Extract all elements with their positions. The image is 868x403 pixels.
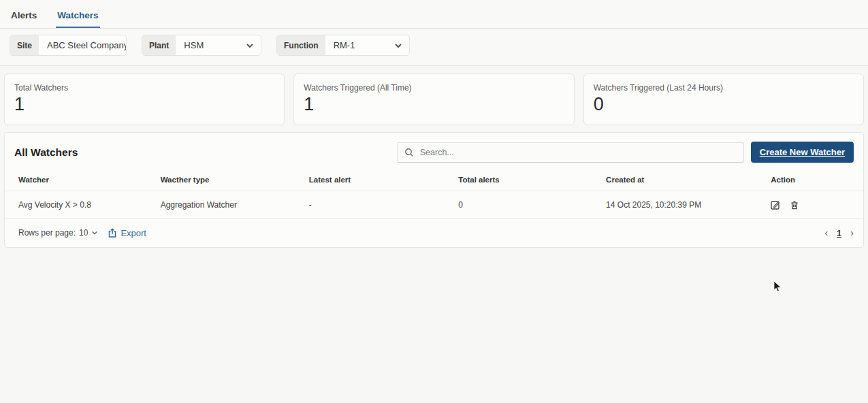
chevron-down-icon [246, 42, 261, 50]
mouse-cursor [773, 280, 782, 295]
pagination: ‹ 1 › [824, 227, 854, 238]
site-filter-dropdown[interactable]: Site ABC Steel Company [10, 35, 127, 56]
function-filter-dropdown[interactable]: Function RM-1 [276, 35, 410, 56]
function-filter-value: RM-1 [325, 40, 361, 50]
tab-watchers[interactable]: Watchers [56, 3, 99, 28]
column-header-created-at: Created at [600, 172, 765, 191]
stat-card-value: 1 [14, 94, 274, 115]
stat-card-triggered-all-time: Watchers Triggered (All Time) 1 [293, 74, 574, 125]
cell-created-at: 14 Oct 2025, 10:20:39 PM [600, 191, 765, 219]
export-button[interactable]: Export [108, 228, 146, 238]
filter-bar: Site ABC Steel Company Plant HSM Functio… [0, 29, 868, 66]
next-page-arrow[interactable]: › [850, 227, 854, 238]
chevron-down-icon [394, 42, 409, 50]
previous-page-arrow[interactable]: ‹ [824, 227, 828, 238]
table-footer: Rows per page: 10 Export ‹ 1 [5, 219, 863, 247]
plant-filter-label: Plant [142, 35, 176, 55]
column-header-watcher: Watcher [5, 172, 155, 191]
chevron-down-icon [91, 229, 98, 236]
table-row: Avg Velocity X > 0.8 Aggregation Watcher… [5, 191, 863, 219]
search-box [397, 142, 744, 163]
stat-card-triggered-24h: Watchers Triggered (Last 24 Hours) 0 [583, 74, 864, 125]
column-header-latest-alert: Latest alert [304, 172, 453, 191]
stat-card-total-watchers: Total Watchers 1 [4, 74, 285, 125]
cell-total-alerts: 0 [453, 191, 600, 219]
row-actions [771, 200, 858, 210]
column-header-type: Wacther type [155, 172, 304, 191]
share-export-icon [108, 228, 117, 238]
rows-per-page-selector[interactable]: Rows per page: 10 [18, 228, 98, 238]
stat-cards-row: Total Watchers 1 Watchers Triggered (All… [0, 66, 868, 132]
plant-filter-value: HSM [176, 40, 209, 50]
stat-card-value: 0 [594, 94, 854, 115]
create-new-watcher-button[interactable]: Create New Watcher [751, 142, 854, 163]
cell-watcher-name: Avg Velocity X > 0.8 [5, 191, 155, 219]
rows-per-page-value: 10 [79, 228, 88, 238]
panel-header: All Watchers Create New Watcher [5, 133, 863, 172]
table-header-row: Watcher Wacther type Latest alert Total … [5, 172, 863, 191]
cell-latest-alert: - [304, 191, 453, 219]
tab-alerts[interactable]: Alerts [10, 3, 38, 28]
trash-icon[interactable] [790, 200, 799, 210]
stat-card-label: Watchers Triggered (Last 24 Hours) [594, 83, 854, 93]
rows-per-page-label: Rows per page: [18, 228, 76, 238]
function-filter-label: Function [277, 35, 325, 55]
all-watchers-panel: All Watchers Create New Watcher Watcher [4, 132, 864, 248]
column-header-action: Action [765, 172, 863, 191]
page-title: All Watchers [14, 146, 78, 159]
search-icon [404, 148, 414, 157]
current-page-number[interactable]: 1 [837, 228, 841, 238]
search-input[interactable] [420, 148, 737, 157]
watchers-page: Alerts Watchers Site ABC Steel Company P… [0, 0, 868, 248]
plant-filter-dropdown[interactable]: Plant HSM [142, 35, 261, 56]
column-header-total-alerts: Total alerts [453, 172, 600, 191]
export-label: Export [120, 228, 146, 238]
stat-card-label: Watchers Triggered (All Time) [304, 83, 564, 93]
site-filter-value: ABC Steel Company [39, 40, 127, 50]
cell-watcher-type: Aggregation Watcher [155, 191, 304, 219]
tab-bar: Alerts Watchers [0, 0, 868, 29]
stat-card-label: Total Watchers [14, 83, 274, 93]
stat-card-value: 1 [304, 94, 564, 115]
edit-icon[interactable] [771, 200, 780, 210]
watchers-table: Watcher Wacther type Latest alert Total … [5, 172, 863, 219]
site-filter-label: Site [10, 35, 39, 55]
